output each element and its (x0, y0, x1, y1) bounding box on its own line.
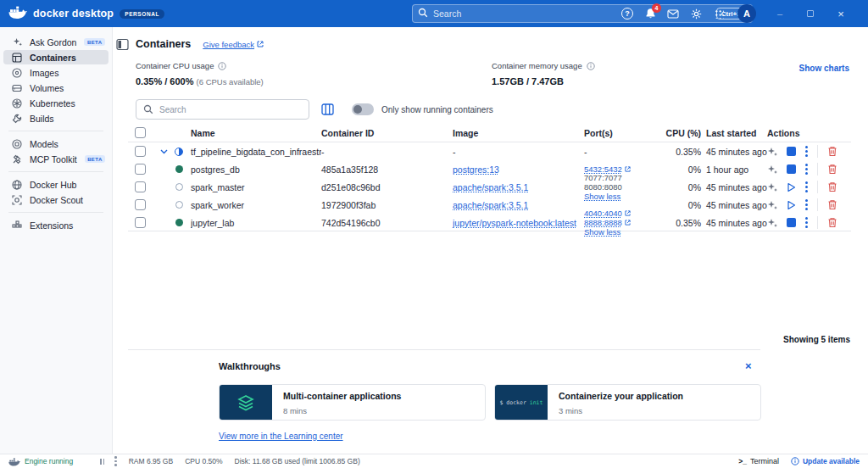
delete-button[interactable] (827, 181, 837, 192)
delete-button[interactable] (827, 199, 837, 210)
sidebar-item-docker-hub[interactable]: Docker Hub (3, 177, 108, 192)
row-checkbox[interactable] (135, 217, 146, 228)
container-image-link[interactable]: apache/spark:3.5.1 (453, 182, 528, 192)
close-button[interactable] (834, 7, 848, 20)
stop-button[interactable] (787, 147, 796, 156)
delete-button[interactable] (827, 146, 837, 157)
feedback-button[interactable] (666, 7, 680, 20)
stop-button[interactable] (787, 218, 796, 227)
more-actions-button[interactable] (805, 217, 808, 228)
chevron-down-icon[interactable] (160, 149, 168, 154)
port-link[interactable]: 4040:4040 (584, 209, 622, 218)
puzzle-icon (12, 220, 22, 231)
sidebar-item-label: Docker Hub (30, 180, 76, 190)
info-icon[interactable] (218, 62, 226, 70)
learning-center-link[interactable]: View more in the Learning center (219, 432, 343, 441)
running-only-toggle-label: Only show running containers (381, 105, 493, 114)
running-only-toggle[interactable] (352, 103, 374, 115)
port-link[interactable]: 8888:8888 (584, 218, 622, 227)
container-image: - (453, 147, 584, 157)
sidebar-item-ask-gordon[interactable]: Ask Gordon BETA (3, 35, 108, 49)
toolkit-icon (12, 154, 22, 164)
delete-button[interactable] (827, 217, 837, 228)
cpu-usage-value: 0.35% / 600% (136, 76, 194, 86)
pause-engine-button[interactable] (100, 459, 104, 465)
table-row[interactable]: postgres_db 485a1a35f128 postgres:13 543… (128, 160, 851, 178)
collapse-sidebar-button[interactable] (116, 38, 129, 51)
help-button[interactable] (620, 7, 634, 20)
sidebar-item-extensions[interactable]: Extensions (3, 218, 108, 232)
more-actions-button[interactable] (805, 164, 808, 175)
docker-whale-icon (8, 5, 27, 22)
close-walkthroughs-button[interactable] (745, 359, 752, 372)
column-header-cpu[interactable]: CPU (%) (665, 128, 706, 138)
ask-gordon-action-button[interactable] (767, 218, 777, 228)
container-search[interactable] (136, 99, 309, 120)
terminal-button[interactable]: Terminal (738, 457, 779, 465)
sidebar-item-containers[interactable]: Containers (3, 50, 108, 64)
more-actions-button[interactable] (805, 199, 808, 210)
give-feedback-link[interactable]: Give feedback (203, 40, 264, 49)
update-available-button[interactable]: Update available (791, 457, 860, 465)
ask-gordon-action-button[interactable] (767, 147, 777, 157)
ask-gordon-action-button[interactable] (767, 164, 777, 175)
columns-settings-button[interactable] (321, 103, 334, 115)
walkthrough-tile (220, 385, 272, 420)
sidebar-item-docker-scout[interactable]: Docker Scout (3, 192, 108, 207)
container-image-link[interactable]: postgres:13 (453, 164, 499, 175)
stop-button[interactable] (787, 164, 796, 174)
container-image-link[interactable]: jupyter/pyspark-notebook:latest (453, 218, 576, 228)
sidebar-divider (8, 131, 103, 131)
walkthrough-card-containerize[interactable]: $ docker init Containerize your applicat… (494, 384, 761, 421)
table-row[interactable]: tf_pipeline_bigdata_con_infraestructurad… (128, 142, 851, 160)
more-actions-button[interactable] (805, 146, 808, 157)
ask-gordon-action-button[interactable] (767, 200, 777, 210)
apps-menu-button[interactable] (712, 7, 726, 20)
avatar[interactable]: A (737, 4, 756, 23)
terminal-label: Terminal (750, 457, 779, 465)
minimize-button[interactable] (773, 7, 787, 20)
row-checkbox[interactable] (135, 181, 146, 192)
delete-button[interactable] (827, 164, 837, 175)
container-search-input[interactable] (159, 105, 302, 114)
table-row[interactable]: spark_worker 1972900f3fab apache/spark:3… (128, 196, 851, 214)
items-summary: Showing 5 items (783, 335, 850, 344)
select-all-checkbox[interactable] (135, 127, 146, 138)
start-button[interactable] (787, 182, 796, 192)
show-charts-link[interactable]: Show charts (799, 64, 849, 73)
engine-more-button[interactable] (114, 456, 117, 466)
sidebar-item-kubernetes[interactable]: Kubernetes (3, 96, 108, 110)
sidebar-item-label: Images (30, 68, 58, 78)
external-link-icon (625, 210, 631, 216)
row-checkbox[interactable] (135, 164, 146, 175)
start-button[interactable] (787, 200, 796, 210)
builds-icon (12, 114, 22, 124)
settings-button[interactable] (689, 7, 703, 20)
row-checkbox[interactable] (135, 146, 146, 157)
ask-gordon-action-button[interactable] (767, 182, 777, 192)
sidebar-item-builds[interactable]: Builds (3, 111, 108, 125)
notifications-button[interactable]: 4 (643, 7, 657, 20)
docker-desktop-window: docker desktop PERSONAL Ctrl+K 4 A (0, 0, 868, 468)
trash-icon (827, 199, 837, 210)
sparkles-icon (12, 37, 22, 47)
maximize-button[interactable] (804, 7, 817, 20)
sidebar-item-volumes[interactable]: Volumes (3, 81, 108, 95)
table-row[interactable]: spark_master d251e08c96bd apache/spark:3… (128, 178, 851, 196)
column-header-last-started[interactable]: Last started (706, 128, 767, 138)
table-row[interactable]: jupyter_lab 742d54196cb0 jupyter/pyspark… (128, 214, 851, 231)
container-image-link[interactable]: apache/spark:3.5.1 (453, 200, 528, 210)
walkthrough-card-multi-container[interactable]: Multi-container applications 8 mins (219, 384, 486, 421)
sidebar-item-images[interactable]: Images (3, 65, 108, 80)
sidebar-item-mcp-toolkit[interactable]: MCP Toolkit BETA (3, 152, 108, 166)
column-header-ports[interactable]: Port(s) (584, 128, 665, 138)
column-header-image[interactable]: Image (453, 128, 584, 138)
whale-status-icon[interactable] (8, 457, 20, 466)
more-actions-button[interactable] (805, 181, 808, 192)
sidebar-item-models[interactable]: Models (3, 136, 108, 151)
show-less-link[interactable]: Show less (584, 227, 631, 237)
info-icon[interactable] (587, 62, 595, 70)
row-checkbox[interactable] (135, 199, 146, 210)
column-header-name[interactable]: Name (191, 128, 321, 138)
column-header-container-id[interactable]: Container ID (321, 128, 453, 138)
